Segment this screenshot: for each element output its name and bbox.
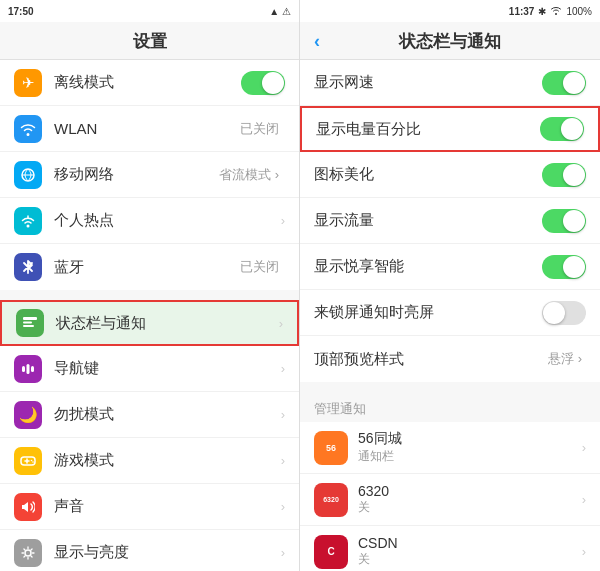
show-yixiang-toggle[interactable] — [542, 255, 586, 279]
right-item-top-preview[interactable]: 顶部预览样式 悬浮 › — [300, 336, 600, 382]
show-battery-pct-toggle[interactable] — [540, 117, 584, 141]
show-traffic-toggle[interactable] — [542, 209, 586, 233]
notif-icon-56tc-text: 56 — [326, 443, 336, 453]
show-traffic-label: 显示流量 — [314, 211, 542, 230]
right-item-show-speed[interactable]: 显示网速 — [300, 60, 600, 106]
settings-item-offline[interactable]: ✈ 离线模式 — [0, 60, 299, 106]
mobile-network-icon — [14, 161, 42, 189]
sound-icon — [14, 493, 42, 521]
right-status-right: 11:37 ✱ 100% — [509, 5, 592, 17]
notif-status-56tc: 通知栏 — [358, 448, 582, 465]
left-header: 设置 — [0, 22, 299, 60]
svg-rect-5 — [22, 366, 25, 372]
notif-info-56tc: 56同城 通知栏 — [358, 430, 582, 465]
display-label: 显示与亮度 — [54, 543, 281, 562]
mobile-network-label: 移动网络 — [54, 165, 219, 184]
svg-rect-6 — [27, 364, 30, 374]
no-disturb-label: 勿扰模式 — [54, 405, 281, 424]
hotspot-chevron: › — [281, 213, 285, 228]
nav-keys-chevron: › — [281, 361, 285, 376]
notif-info-csdn: CSDN 关 — [358, 535, 582, 568]
hotspot-icon — [14, 207, 42, 235]
settings-item-game-mode[interactable]: 游戏模式 › — [0, 438, 299, 484]
sound-chevron: › — [281, 499, 285, 514]
right-header-title: 状态栏与通知 — [399, 30, 501, 53]
top-preview-label: 顶部预览样式 — [314, 350, 548, 369]
settings-item-no-disturb[interactable]: 🌙 勿扰模式 › — [0, 392, 299, 438]
notif-item-csdn[interactable]: C CSDN 关 › — [300, 526, 600, 571]
svg-rect-3 — [23, 322, 32, 324]
right-header: ‹ 状态栏与通知 — [300, 22, 600, 60]
back-button[interactable]: ‹ — [314, 31, 320, 52]
left-header-title: 设置 — [133, 32, 167, 51]
settings-item-sound[interactable]: 声音 › — [0, 484, 299, 530]
bluetooth-label: 蓝牙 — [54, 258, 240, 277]
svg-point-9 — [31, 459, 33, 461]
settings-item-mobile-network[interactable]: 移动网络 省流模式 › — [0, 152, 299, 198]
notif-item-56tc[interactable]: 56 56同城 通知栏 › — [300, 422, 600, 474]
left-panel: 17:50 ▲ ⚠ 设置 ✈ 离线模式 — [0, 0, 300, 571]
settings-item-bluetooth[interactable]: 蓝牙 已关闭 — [0, 244, 299, 290]
left-status-icons: ▲ ⚠ — [269, 6, 291, 17]
sound-label: 声音 — [54, 497, 281, 516]
wlan-value: 已关闭 — [240, 120, 279, 138]
right-item-show-battery-pct[interactable]: 显示电量百分比 — [300, 106, 600, 152]
svg-rect-7 — [31, 366, 34, 372]
svg-rect-4 — [23, 325, 34, 327]
status-notify-chevron: › — [279, 316, 283, 331]
notif-item-6320[interactable]: 6320 6320 关 › — [300, 474, 600, 526]
bluetooth-status-icon: ✱ — [538, 6, 546, 17]
offline-label: 离线模式 — [54, 73, 241, 92]
wlan-icon — [14, 115, 42, 143]
right-content: 显示网速 显示电量百分比 图标美化 显示流量 显示悦享智能 — [300, 60, 600, 571]
right-battery: 100% — [566, 6, 592, 17]
right-item-icon-beautify[interactable]: 图标美化 — [300, 152, 600, 198]
settings-section-network: ✈ 离线模式 WLAN 已关闭 — [0, 60, 299, 290]
display-chevron: › — [281, 545, 285, 560]
show-speed-label: 显示网速 — [314, 73, 542, 92]
game-mode-chevron: › — [281, 453, 285, 468]
left-status-bar-left: 17:50 — [8, 6, 34, 17]
manage-section-title: 管理通知 — [300, 392, 600, 422]
offline-toggle[interactable] — [241, 71, 285, 95]
notif-icon-6320-text: 6320 — [323, 496, 339, 503]
right-panel: 11:37 ✱ 100% ‹ 状态栏与通知 显示网速 显示电量百分 — [300, 0, 600, 571]
settings-item-wlan[interactable]: WLAN 已关闭 — [0, 106, 299, 152]
notif-status-csdn: 关 — [358, 551, 582, 568]
left-status-bar: 17:50 ▲ ⚠ — [0, 0, 299, 22]
right-time: 11:37 — [509, 6, 535, 17]
svg-point-1 — [27, 224, 30, 227]
notif-chevron-csdn: › — [582, 544, 586, 559]
top-preview-value: 悬浮 › — [548, 350, 582, 368]
left-time: 17:50 — [8, 6, 34, 17]
svg-rect-2 — [23, 317, 37, 320]
icon-beautify-toggle[interactable] — [542, 163, 586, 187]
notif-info-6320: 6320 关 — [358, 483, 582, 516]
notif-icon-csdn-text: C — [327, 546, 334, 557]
notif-name-56tc: 56同城 — [358, 430, 582, 448]
no-disturb-icon: 🌙 — [14, 401, 42, 429]
right-item-show-traffic[interactable]: 显示流量 — [300, 198, 600, 244]
game-mode-icon — [14, 447, 42, 475]
settings-item-nav-keys[interactable]: 导航键 › — [0, 346, 299, 392]
right-item-lock-screen-bright[interactable]: 来锁屏通知时亮屏 — [300, 290, 600, 336]
show-speed-toggle[interactable] — [542, 71, 586, 95]
no-disturb-chevron: › — [281, 407, 285, 422]
settings-item-status-notify[interactable]: 状态栏与通知 › — [0, 300, 299, 346]
bluetooth-icon — [14, 253, 42, 281]
offline-icon: ✈ — [14, 69, 42, 97]
notif-name-csdn: CSDN — [358, 535, 582, 551]
nav-keys-label: 导航键 — [54, 359, 281, 378]
settings-item-display[interactable]: 显示与亮度 › — [0, 530, 299, 571]
right-section-toggles: 显示网速 显示电量百分比 图标美化 显示流量 显示悦享智能 — [300, 60, 600, 382]
lock-screen-bright-toggle[interactable] — [542, 301, 586, 325]
show-yixiang-label: 显示悦享智能 — [314, 257, 542, 276]
right-item-show-yixiang[interactable]: 显示悦享智能 — [300, 244, 600, 290]
nav-keys-icon — [14, 355, 42, 383]
notif-status-6320: 关 — [358, 499, 582, 516]
display-icon — [14, 539, 42, 567]
settings-item-hotspot[interactable]: 个人热点 › — [0, 198, 299, 244]
status-notify-icon — [16, 309, 44, 337]
notifications-section: 56 56同城 通知栏 › 6320 6320 关 › — [300, 422, 600, 571]
notif-chevron-56tc: › — [582, 440, 586, 455]
